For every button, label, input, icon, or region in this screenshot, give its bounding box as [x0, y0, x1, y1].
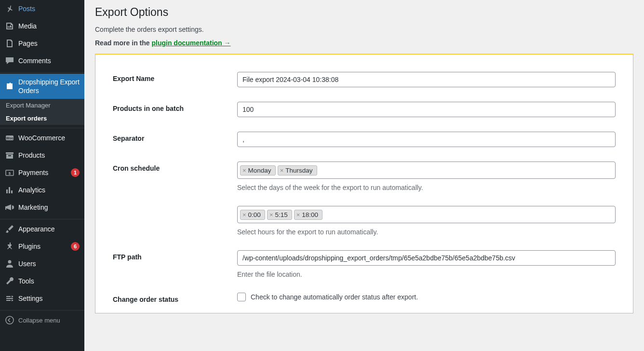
change-status-checkbox[interactable] — [237, 293, 246, 301]
sidebar-item-label: Plugins — [18, 242, 68, 251]
tag-hour-0[interactable]: ×0:00 — [240, 210, 265, 220]
sidebar-item-label: Users — [18, 259, 80, 268]
sidebar-item-label: Payments — [18, 168, 68, 177]
sidebar-item-comments[interactable]: Comments — [0, 52, 84, 69]
analytics-icon — [5, 185, 14, 195]
plugin-documentation-link[interactable]: plugin documentation → — [151, 39, 230, 47]
sidebar-item-label: Pages — [18, 39, 80, 48]
tag-hour-515[interactable]: ×5:15 — [267, 210, 292, 220]
menu-separator — [0, 70, 84, 73]
archive-icon — [5, 150, 14, 160]
remove-tag-icon[interactable]: × — [269, 211, 273, 218]
sidebar-item-woocommerce[interactable]: WooCommerce — [0, 129, 84, 147]
menu-separator — [0, 217, 84, 219]
remove-tag-icon[interactable]: × — [242, 211, 246, 218]
label-empty — [113, 206, 237, 209]
plug-icon — [5, 242, 14, 251]
woo-icon — [5, 133, 14, 143]
comment-icon — [5, 56, 14, 66]
label-change-status: Change order status — [113, 293, 237, 303]
tag-thursday[interactable]: ×Thursday — [278, 165, 317, 176]
collapse-label: Collapse menu — [18, 317, 60, 324]
sidebar-item-label: Comments — [18, 56, 80, 65]
main-content: Export Options Complete the orders expor… — [84, 0, 644, 351]
row-ftp: FTP path Enter the file location. — [113, 250, 616, 278]
update-badge: 6 — [71, 242, 80, 251]
tag-hour-1800[interactable]: ×18:00 — [294, 210, 322, 220]
ftp-path-input[interactable] — [237, 250, 616, 266]
submenu-export-orders[interactable]: Export orders — [0, 112, 84, 125]
menu-separator — [0, 126, 84, 128]
remove-tag-icon[interactable]: × — [296, 211, 300, 218]
admin-sidebar: Posts Media Pages Comments Dropshipping … — [0, 0, 84, 351]
label-cron: Cron schedule — [113, 162, 237, 172]
cron-days-help: Select the days of the week for the expo… — [237, 184, 616, 191]
sidebar-item-payments[interactable]: Payments 1 — [0, 164, 84, 181]
label-ftp: FTP path — [113, 250, 237, 261]
sidebar-item-analytics[interactable]: Analytics — [0, 181, 84, 199]
brush-icon — [5, 224, 14, 234]
sidebar-item-tools[interactable]: Tools — [0, 272, 84, 290]
payments-icon — [5, 168, 14, 177]
cron-hours-select[interactable]: ×0:00 ×5:15 ×18:00 — [237, 206, 616, 223]
sidebar-item-marketing[interactable]: Marketing — [0, 199, 84, 216]
megaphone-icon — [5, 202, 14, 212]
sidebar-item-dropshipping-export[interactable]: Dropshipping Export Orders — [0, 74, 84, 99]
readmore-prefix: Read more in the — [95, 39, 151, 47]
cron-hours-help: Select hours for the export to run autom… — [237, 228, 616, 236]
export-icon — [5, 81, 14, 91]
sidebar-item-posts[interactable]: Posts — [0, 0, 84, 17]
sidebar-item-label: Marketing — [18, 203, 80, 212]
sidebar-item-appearance[interactable]: Appearance — [0, 220, 84, 238]
separator-input[interactable] — [237, 132, 616, 147]
settings-icon — [5, 294, 14, 303]
update-badge: 1 — [71, 168, 80, 177]
row-cron-days: Cron schedule ×Monday ×Thursday Select t… — [113, 162, 616, 191]
row-batch: Products in one batch — [113, 102, 616, 117]
page-subtitle: Complete the orders export settings. — [95, 26, 633, 33]
label-export-name: Export Name — [113, 72, 237, 82]
cron-days-select[interactable]: ×Monday ×Thursday — [237, 162, 616, 179]
row-change-status: Change order status Check to change auto… — [113, 293, 616, 303]
remove-tag-icon[interactable]: × — [242, 167, 246, 174]
ftp-help: Enter the file location. — [237, 270, 616, 278]
sidebar-item-label: WooCommerce — [18, 134, 80, 142]
row-separator: Separator — [113, 132, 616, 147]
wrench-icon — [5, 276, 14, 286]
sidebar-item-plugins[interactable]: Plugins 6 — [0, 238, 84, 255]
change-status-check-label: Check to change automatically order stat… — [251, 293, 418, 301]
remove-tag-icon[interactable]: × — [280, 167, 284, 174]
collapse-icon — [5, 315, 14, 325]
sidebar-item-label: Products — [18, 151, 80, 160]
pin-icon — [5, 4, 14, 14]
menu-separator — [0, 308, 84, 310]
sidebar-item-products[interactable]: Products — [0, 147, 84, 164]
batch-input[interactable] — [237, 102, 616, 117]
page-icon — [5, 39, 14, 48]
sidebar-item-label: Posts — [18, 4, 80, 13]
sidebar-submenu: Export Manager Export orders — [0, 99, 84, 125]
user-icon — [5, 259, 14, 269]
row-export-name: Export Name — [113, 72, 616, 87]
sidebar-item-label: Media — [18, 22, 80, 30]
row-cron-hours: ×0:00 ×5:15 ×18:00 Select hours for the … — [113, 206, 616, 236]
sidebar-item-label: Appearance — [18, 225, 80, 233]
label-separator: Separator — [113, 132, 237, 142]
sidebar-item-users[interactable]: Users — [0, 255, 84, 272]
submenu-export-manager[interactable]: Export Manager — [0, 99, 84, 112]
collapse-menu-button[interactable]: Collapse menu — [0, 311, 84, 329]
export-name-input[interactable] — [237, 72, 616, 87]
sidebar-item-label: Dropshipping Export Orders — [18, 78, 80, 95]
label-batch: Products in one batch — [113, 102, 237, 112]
sidebar-item-media[interactable]: Media — [0, 17, 84, 35]
media-icon — [5, 21, 14, 31]
page-title: Export Options — [95, 0, 633, 21]
export-options-panel: Export Name Products in one batch Separa… — [95, 54, 633, 313]
sidebar-item-settings[interactable]: Settings — [0, 290, 84, 307]
sidebar-item-label: Settings — [18, 294, 80, 303]
sidebar-item-label: Analytics — [18, 186, 80, 194]
tag-monday[interactable]: ×Monday — [240, 165, 276, 176]
sidebar-item-label: Tools — [18, 277, 80, 285]
readmore-line: Read more in the plugin documentation → — [95, 39, 633, 47]
sidebar-item-pages[interactable]: Pages — [0, 35, 84, 52]
